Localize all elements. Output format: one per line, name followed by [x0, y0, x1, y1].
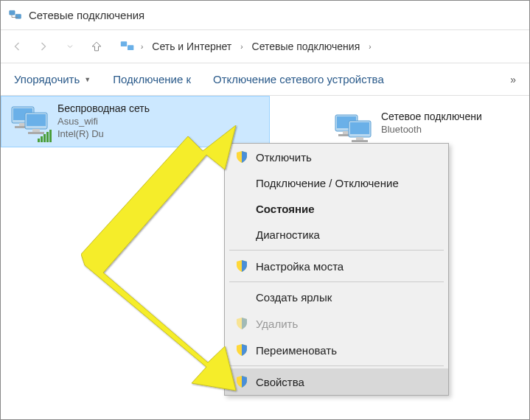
chevron-right-icon[interactable]: ›	[240, 43, 243, 51]
breadcrumb-item-network[interactable]: Сеть и Интернет	[149, 39, 234, 54]
network-connections-icon	[8, 8, 23, 23]
svg-rect-4	[121, 41, 127, 46]
shield-icon	[235, 150, 248, 164]
ctx-label: Отключить	[256, 151, 312, 164]
connection-info: Сетевое подключени Bluetooth	[381, 111, 482, 135]
connect-button[interactable]: Подключение к	[113, 73, 191, 85]
menu-separator	[229, 365, 444, 366]
ctx-label: Переименовать	[256, 344, 337, 357]
connection-name: Беспроводная сеть	[57, 102, 150, 114]
breadcrumb-item-connections[interactable]: Сетевые подключения	[249, 39, 363, 54]
context-menu: Отключить Подключение / Отключение Состо…	[224, 143, 449, 396]
shield-icon	[235, 259, 248, 273]
chevron-right-icon[interactable]: ›	[141, 43, 143, 51]
ctx-delete: Удалить	[225, 310, 448, 337]
ctx-label: Настройка моста	[256, 260, 344, 273]
shield-icon	[235, 375, 248, 388]
breadcrumb[interactable]: › Сеть и Интернет › Сетевые подключения …	[120, 39, 522, 54]
shield-icon	[235, 317, 248, 330]
connection-adapter: Intel(R) Du	[57, 128, 150, 139]
forward-arrow-icon[interactable]	[35, 38, 52, 55]
ctx-status[interactable]: Состояние	[225, 196, 448, 222]
network-adapter-icon	[7, 102, 50, 141]
svg-rect-1	[15, 14, 21, 18]
wifi-signal-icon	[38, 130, 52, 142]
toolbar: Упорядочить ▼ Подключение к Отключение с…	[1, 63, 529, 96]
ctx-label: Диагностика	[256, 228, 320, 241]
chevron-right-icon[interactable]: ›	[369, 43, 371, 51]
ctx-label: Свойства	[256, 376, 304, 388]
up-arrow-icon[interactable]	[88, 38, 105, 55]
ctx-diagnostic[interactable]: Диагностика	[225, 222, 448, 248]
menu-separator	[229, 281, 444, 282]
svg-rect-20	[356, 137, 363, 140]
svg-rect-19	[350, 122, 369, 134]
ctx-label: Удалить	[256, 318, 298, 330]
connection-sub: Bluetooth	[381, 124, 482, 135]
shield-icon	[235, 343, 248, 357]
ctx-shortcut[interactable]: Создать ярлык	[225, 284, 448, 310]
menu-separator	[229, 250, 444, 251]
organize-button[interactable]: Упорядочить ▼	[14, 73, 91, 85]
toolbar-overflow[interactable]: »	[510, 74, 516, 85]
organize-label: Упорядочить	[14, 73, 80, 85]
connection-info: Беспроводная сеть Asus_wifi Intel(R) Du	[57, 102, 150, 139]
chevron-down-icon: ▼	[84, 76, 91, 83]
navbar: › Сеть и Интернет › Сетевые подключения …	[1, 30, 529, 63]
ctx-properties[interactable]: Свойства	[225, 368, 448, 395]
back-arrow-icon[interactable]	[8, 38, 26, 55]
connection-item-wifi[interactable]: Беспроводная сеть Asus_wifi Intel(R) Du	[1, 96, 270, 147]
ctx-label: Подключение / Отключение	[256, 177, 399, 189]
svg-rect-5	[128, 45, 133, 50]
ctx-bridge[interactable]: Настройка моста	[225, 253, 448, 279]
ctx-label: Состояние	[256, 203, 315, 215]
ctx-label: Создать ярлык	[256, 291, 332, 304]
svg-rect-0	[10, 10, 15, 15]
svg-rect-11	[27, 114, 46, 126]
window-title: Сетевые подключения	[29, 9, 144, 21]
svg-rect-21	[352, 140, 368, 142]
ctx-disable[interactable]: Отключить	[225, 144, 448, 170]
titlebar: Сетевые подключения	[1, 1, 529, 30]
network-breadcrumb-icon	[120, 40, 135, 53]
connection-ssid: Asus_wifi	[57, 116, 150, 127]
disable-device-button[interactable]: Отключение сетевого устройства	[213, 73, 384, 85]
ctx-rename[interactable]: Переименовать	[225, 337, 448, 363]
connection-name: Сетевое подключени	[381, 111, 482, 122]
dropdown-history-icon[interactable]	[61, 38, 79, 55]
ctx-toggle[interactable]: Подключение / Отключение	[225, 170, 448, 196]
